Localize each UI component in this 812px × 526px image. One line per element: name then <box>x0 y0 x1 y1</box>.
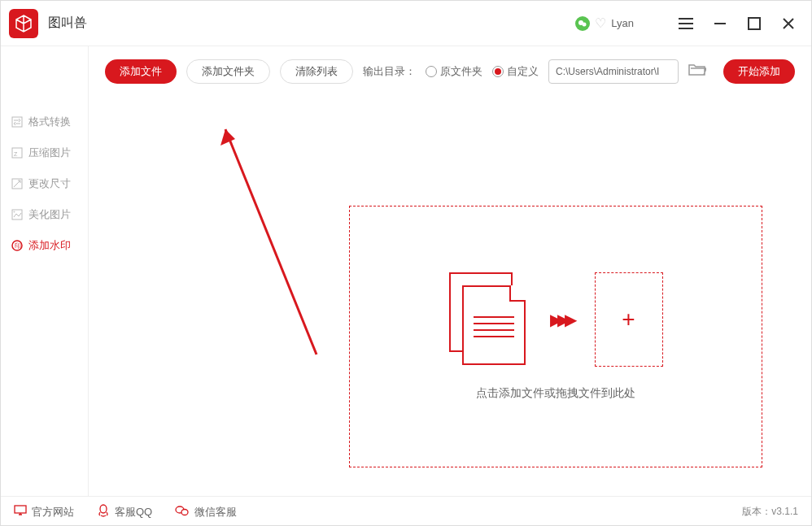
annotation-arrow <box>211 115 333 375</box>
svg-text:z: z <box>14 150 18 158</box>
version-text: 版本：v3.1.1 <box>742 505 798 519</box>
sidebar-label: 格式转换 <box>28 115 71 129</box>
titlebar: 图叫兽 ♡ Lyan <box>1 1 811 46</box>
sidebar-item-format[interactable]: 格式转换 <box>1 107 88 137</box>
sidebar: 格式转换 z 压缩图片 更改尺寸 + 美化图片 印 添加水印 <box>1 46 89 496</box>
main-area: 添加文件 添加文件夹 清除列表 输出目录： 原文件夹 自定义 开始添加 <box>89 46 811 496</box>
svg-marker-12 <box>220 129 235 146</box>
file-stack-icon <box>449 272 527 367</box>
footer-wechat[interactable]: 微信客服 <box>175 505 237 519</box>
svg-point-1 <box>583 22 587 26</box>
watermark-icon: 印 <box>11 239 24 252</box>
maximize-button[interactable] <box>740 9 769 38</box>
svg-rect-2 <box>749 18 760 29</box>
toolbar: 添加文件 添加文件夹 清除列表 输出目录： 原文件夹 自定义 开始添加 <box>89 46 811 85</box>
start-button[interactable]: 开始添加 <box>723 59 795 84</box>
menu-button[interactable] <box>671 9 701 38</box>
sidebar-item-resize[interactable]: 更改尺寸 <box>1 168 88 199</box>
radio-custom[interactable]: 自定义 <box>492 64 539 79</box>
add-folder-button[interactable]: 添加文件夹 <box>186 59 270 84</box>
radio-icon <box>426 66 437 77</box>
svg-text:印: 印 <box>15 242 21 250</box>
resize-icon <box>11 177 24 190</box>
sidebar-item-compress[interactable]: z 压缩图片 <box>1 137 88 168</box>
app-title: 图叫兽 <box>48 15 87 32</box>
svg-point-16 <box>181 510 188 515</box>
radio-label: 自定义 <box>507 64 539 79</box>
add-box-icon: + <box>595 272 663 367</box>
radio-original-folder[interactable]: 原文件夹 <box>426 64 482 79</box>
sidebar-label: 美化图片 <box>28 207 71 222</box>
radio-icon <box>492 66 504 77</box>
clear-list-button[interactable]: 清除列表 <box>280 59 353 84</box>
radio-label: 原文件夹 <box>440 64 482 79</box>
output-label: 输出目录： <box>363 64 416 79</box>
app-logo <box>9 9 38 38</box>
monitor-icon <box>14 505 27 519</box>
sidebar-item-beautify[interactable]: + 美化图片 <box>1 199 88 230</box>
svg-point-14 <box>100 505 107 513</box>
footer-label: 官方网站 <box>32 505 74 519</box>
svg-text:+: + <box>13 209 15 214</box>
convert-icon <box>11 115 24 128</box>
footer-label: 微信客服 <box>194 505 237 519</box>
svg-rect-13 <box>15 506 26 513</box>
svg-line-11 <box>225 129 317 354</box>
heart-icon: ♡ <box>595 15 606 31</box>
dropzone-text: 点击添加文件或拖拽文件到此处 <box>476 386 635 401</box>
wechat-icon <box>575 16 590 31</box>
arrows-icon: ▶▶▶ <box>550 310 572 329</box>
footer: 官方网站 客服QQ 微信客服 版本：v3.1.1 <box>1 496 811 526</box>
add-file-button[interactable]: 添加文件 <box>105 59 177 84</box>
browse-folder-icon[interactable] <box>688 63 706 80</box>
close-button[interactable] <box>774 9 803 38</box>
dropzone[interactable]: ▶▶▶ + 点击添加文件或拖拽文件到此处 <box>349 206 762 467</box>
sidebar-label: 更改尺寸 <box>28 176 71 191</box>
footer-label: 客服QQ <box>115 505 152 519</box>
dropzone-graphic: ▶▶▶ + <box>449 272 663 367</box>
sidebar-item-watermark[interactable]: 印 添加水印 <box>1 230 88 261</box>
minimize-button[interactable] <box>705 9 735 38</box>
username: Lyan <box>611 17 634 29</box>
wechat-service-icon <box>175 505 190 519</box>
sidebar-label: 压缩图片 <box>28 146 71 160</box>
footer-official-site[interactable]: 官方网站 <box>14 505 74 519</box>
footer-qq[interactable]: 客服QQ <box>97 504 152 519</box>
compress-icon: z <box>11 146 24 159</box>
sidebar-label: 添加水印 <box>28 238 71 253</box>
output-path-input[interactable] <box>548 59 679 84</box>
beautify-icon: + <box>11 208 24 221</box>
qq-icon <box>97 504 110 519</box>
svg-rect-3 <box>12 117 22 127</box>
